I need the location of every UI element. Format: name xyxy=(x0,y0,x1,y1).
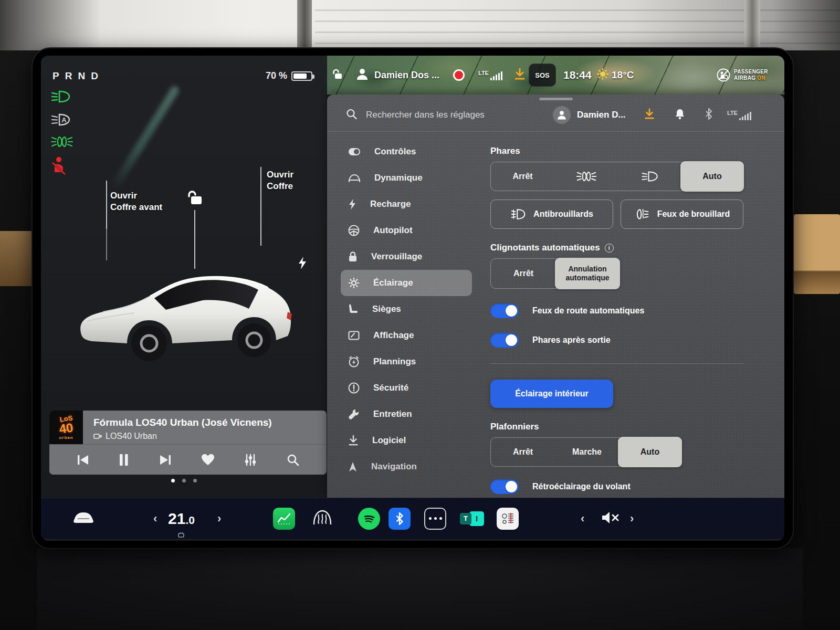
sidebar-item-logiciel[interactable]: Logiciel xyxy=(341,427,472,454)
frunk-pointer-line xyxy=(106,181,107,229)
info-icon[interactable]: i xyxy=(605,244,614,253)
sidebar-item-affichage[interactable]: Affichage xyxy=(341,322,472,349)
plafonniers-option-off[interactable]: Arrêt xyxy=(491,438,555,466)
header-cell-signal: LTE xyxy=(727,110,751,120)
headlights-after-exit-label: Phares après sortie xyxy=(532,335,611,345)
unlocked-status-icon[interactable] xyxy=(332,68,344,82)
schedule-icon xyxy=(348,356,360,368)
header-download-icon[interactable] xyxy=(644,108,655,122)
toggle-icon xyxy=(348,148,361,156)
plafonniers-option-auto[interactable]: Auto xyxy=(618,437,682,467)
now-playing-title: Fórmula LOS40 Urban (José Vicnens) xyxy=(93,417,272,428)
rear-fog-button[interactable]: Feux de brouillard xyxy=(621,200,743,229)
backlight-toggle[interactable] xyxy=(490,479,519,494)
settings-search-input[interactable]: Rechercher dans les réglages xyxy=(366,110,485,120)
cabin-temperature[interactable]: 21.0 xyxy=(168,510,195,528)
settings-panel: Rechercher dans les réglages Damien D... xyxy=(327,94,784,498)
previous-track-button[interactable] xyxy=(77,454,89,466)
battery-status: 70 % xyxy=(266,70,312,81)
gear-d: D xyxy=(91,70,98,81)
headlights-after-exit-row: Phares après sortie xyxy=(490,333,743,348)
volume-muted-icon[interactable] xyxy=(601,511,620,527)
headlights-after-exit-toggle[interactable] xyxy=(490,333,519,348)
svg-text:A: A xyxy=(61,116,67,124)
car-controls-button[interactable] xyxy=(71,510,96,527)
garage-background xyxy=(0,0,840,50)
sidebar-item-autopilot[interactable]: Autopilot xyxy=(341,217,472,244)
temp-down-chevron[interactable]: ‹ xyxy=(153,512,157,526)
clignotants-section-label: Clignotants automatiques i xyxy=(490,243,743,253)
station-name: LOS40 Urban xyxy=(93,432,157,441)
media-player-card[interactable]: LoS 40 urban Fórmula LOS40 Urban (José V… xyxy=(49,411,327,475)
search-icon xyxy=(346,109,357,122)
phares-option-auto[interactable]: Auto xyxy=(680,161,744,192)
volume-down-chevron[interactable]: ‹ xyxy=(581,512,584,526)
settings-sidebar: Contrôles Dynamique Recharge Autopi xyxy=(341,139,472,480)
panel-page-dots[interactable] xyxy=(41,479,327,482)
favorite-button[interactable] xyxy=(201,454,215,466)
sidebar-item-plannings[interactable]: Plannings xyxy=(341,349,472,375)
sidebar-item-controles[interactable]: Contrôles xyxy=(341,139,472,165)
spotify-app-icon[interactable] xyxy=(358,508,380,530)
notifications-bell-icon[interactable] xyxy=(675,108,685,122)
auto-highbeam-toggle[interactable] xyxy=(490,303,519,318)
front-fog-icon xyxy=(510,208,526,220)
update-download-icon[interactable] xyxy=(514,68,526,82)
more-apps-button[interactable] xyxy=(424,508,446,530)
car-icon xyxy=(348,173,361,183)
sidebar-item-entretien[interactable]: Entretien xyxy=(341,401,472,427)
seatbelt-warning-icon xyxy=(50,156,74,175)
dome-lights-segmented-control: Arrêt Marche Auto xyxy=(490,437,681,467)
airbag-icon xyxy=(717,68,730,82)
profile-name[interactable]: Damien D... xyxy=(577,110,626,120)
defrost-button[interactable] xyxy=(312,509,333,529)
driver-profile-icon[interactable] xyxy=(355,67,369,83)
sidebar-item-recharge[interactable]: Recharge xyxy=(341,191,472,217)
steering-wheel-icon xyxy=(348,225,360,236)
sidebar-item-securite[interactable]: Sécurité xyxy=(341,375,472,401)
sidebar-item-sieges[interactable]: Sièges xyxy=(341,296,472,322)
tunein-app-icon[interactable]: TI xyxy=(460,511,484,526)
panel-drag-handle[interactable] xyxy=(539,98,573,100)
record-indicator[interactable] xyxy=(453,69,465,81)
sidebar-item-dynamique[interactable]: Dynamique xyxy=(341,165,472,191)
unlocked-icon[interactable] xyxy=(186,190,204,208)
interior-lighting-button[interactable]: Éclairage intérieur xyxy=(490,380,613,408)
equalizer-button[interactable] xyxy=(244,454,257,466)
open-frunk-label[interactable]: OuvrirCoffre avant xyxy=(110,190,162,213)
plafonniers-option-on[interactable]: Marche xyxy=(555,438,619,466)
radio-app-icon[interactable] xyxy=(497,508,519,530)
los40-urban-logo: LoS 40 urban xyxy=(49,411,83,444)
next-track-button[interactable] xyxy=(159,454,172,466)
front-fog-button[interactable]: Antibrouillards xyxy=(490,200,613,229)
bluetooth-status-icon[interactable] xyxy=(705,108,712,122)
clignotants-option-off[interactable]: Arrêt xyxy=(491,259,556,288)
energy-app-icon[interactable] xyxy=(273,508,295,530)
driver-name[interactable]: Damien Dos ... xyxy=(374,70,439,81)
download-icon xyxy=(348,435,359,446)
turn-signal-segmented-control: Arrêt Annulationautomatique xyxy=(490,258,620,289)
sidebar-item-verrouillage[interactable]: Verrouillage xyxy=(341,244,472,270)
clignotants-option-auto[interactable]: Annulationautomatique xyxy=(555,258,620,289)
phares-option-lowbeam[interactable] xyxy=(618,162,681,191)
temp-up-chevron[interactable]: › xyxy=(217,512,221,526)
vehicle-3d-render[interactable] xyxy=(71,233,302,377)
seat-icon xyxy=(348,303,359,315)
volume-up-chevron[interactable]: › xyxy=(630,512,634,526)
dashboard-wood-trim xyxy=(794,214,840,294)
phares-option-parking[interactable] xyxy=(554,162,618,191)
battery-icon xyxy=(291,71,312,81)
section-divider xyxy=(490,363,743,364)
auto-headlight-icon: A xyxy=(50,112,74,127)
pause-button[interactable] xyxy=(119,454,129,466)
media-search-button[interactable] xyxy=(287,454,299,466)
phares-option-off[interactable]: Arrêt xyxy=(491,162,554,191)
sos-button[interactable]: SOS xyxy=(529,64,556,87)
app-launcher-dock: ‹ 21.0 › xyxy=(41,498,784,539)
charge-port-bolt-icon[interactable] xyxy=(297,256,308,272)
sidebar-item-navigation[interactable]: Navigation xyxy=(341,454,472,480)
open-trunk-label[interactable]: OuvrirCoffre xyxy=(267,169,293,192)
sidebar-item-eclairage[interactable]: Éclairage xyxy=(341,270,472,296)
bluetooth-app-icon[interactable] xyxy=(388,508,411,530)
profile-avatar[interactable] xyxy=(553,106,571,124)
